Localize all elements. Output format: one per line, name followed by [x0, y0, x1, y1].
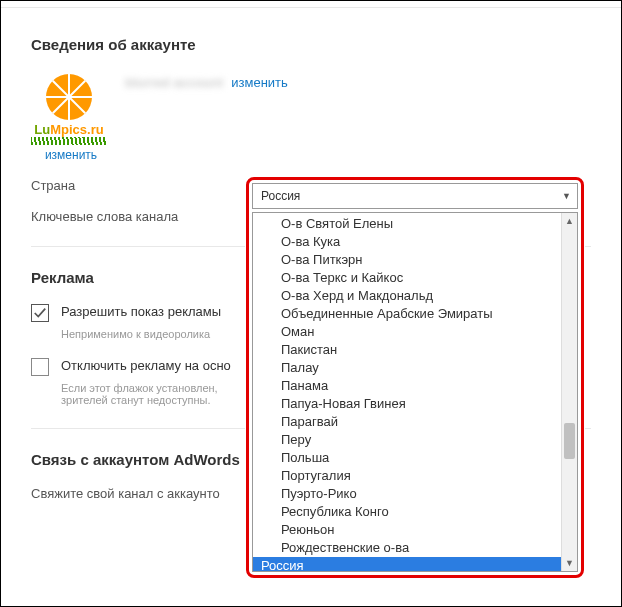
country-option[interactable]: Россия: [253, 557, 577, 572]
account-section-title: Сведения об аккаунте: [31, 36, 591, 53]
country-label: Страна: [31, 178, 231, 193]
channel-avatar: LuMpics.ru: [31, 71, 107, 147]
country-selected-value: Россия: [261, 189, 300, 203]
allow-ads-checkbox[interactable]: [31, 304, 49, 322]
keywords-label: Ключевые слова канала: [31, 209, 231, 224]
chevron-down-icon: ▼: [562, 191, 571, 201]
country-option[interactable]: Папуа-Новая Гвинея: [253, 395, 577, 413]
country-option[interactable]: Пуэрто-Рико: [253, 485, 577, 503]
country-option[interactable]: О-ва Питкэрн: [253, 251, 577, 269]
country-option[interactable]: Рождественские о-ва: [253, 539, 577, 557]
country-option[interactable]: О-ва Кука: [253, 233, 577, 251]
allow-ads-label: Разрешить показ рекламы: [61, 304, 221, 319]
dropdown-scrollbar[interactable]: ▲ ▼: [561, 213, 577, 571]
country-option[interactable]: Пакистан: [253, 341, 577, 359]
country-option[interactable]: О-ва Херд и Макдональд: [253, 287, 577, 305]
country-option[interactable]: Панама: [253, 377, 577, 395]
country-option[interactable]: Португалия: [253, 467, 577, 485]
country-option[interactable]: О-в Святой Елены: [253, 215, 577, 233]
country-dropdown[interactable]: Россия ▼ О-в Святой ЕленыО-ва КукаО-ва П…: [246, 177, 584, 578]
change-name-link[interactable]: изменить: [231, 75, 288, 90]
country-option[interactable]: Палау: [253, 359, 577, 377]
country-option[interactable]: Объединенные Арабские Эмираты: [253, 305, 577, 323]
country-option[interactable]: Перу: [253, 431, 577, 449]
country-dropdown-selected[interactable]: Россия ▼: [252, 183, 578, 209]
disable-ads-label: Отключить рекламу на осно: [61, 358, 231, 373]
country-option[interactable]: Республика Конго: [253, 503, 577, 521]
country-option[interactable]: Польша: [253, 449, 577, 467]
scroll-thumb[interactable]: [564, 423, 575, 459]
country-dropdown-list[interactable]: О-в Святой ЕленыО-ва КукаО-ва ПиткэрнО-в…: [252, 212, 578, 572]
country-option[interactable]: Реюньон: [253, 521, 577, 539]
disable-ads-checkbox[interactable]: [31, 358, 49, 376]
country-option[interactable]: Парагвай: [253, 413, 577, 431]
scroll-down-icon[interactable]: ▼: [562, 555, 577, 571]
scroll-up-icon[interactable]: ▲: [562, 213, 577, 229]
country-option[interactable]: О-ва Теркс и Кайкос: [253, 269, 577, 287]
change-avatar-link[interactable]: изменить: [45, 148, 97, 162]
account-name-blurred: blurred account: [125, 75, 223, 90]
country-option[interactable]: Оман: [253, 323, 577, 341]
